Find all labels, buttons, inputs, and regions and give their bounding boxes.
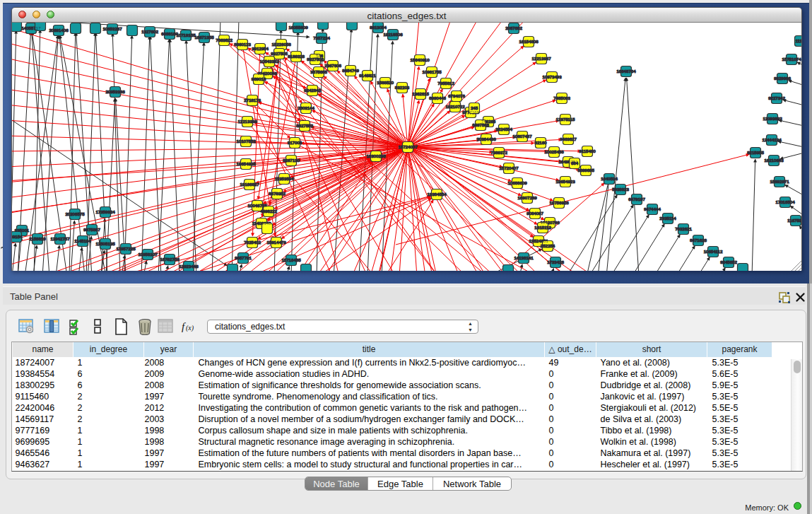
svg-text:252254: 252254 (541, 243, 555, 248)
svg-text:15720407: 15720407 (499, 165, 519, 170)
svg-text:14055717: 14055717 (21, 25, 41, 30)
svg-text:245: 245 (471, 105, 478, 110)
svg-text:4498222: 4498222 (260, 209, 277, 214)
svg-text:15640910: 15640910 (410, 57, 430, 62)
svg-text:1362615: 1362615 (412, 91, 429, 96)
svg-text:10107552: 10107552 (236, 139, 256, 144)
svg-text:8427552: 8427552 (296, 123, 313, 128)
svg-text:7632621: 7632621 (675, 226, 692, 231)
svg-text:20691406: 20691406 (49, 28, 69, 33)
svg-text:20364436: 20364436 (476, 136, 496, 141)
svg-text:12093832: 12093832 (763, 116, 782, 121)
svg-text:10807487: 10807487 (512, 134, 532, 139)
svg-text:917006: 917006 (288, 140, 302, 145)
svg-text:20953346: 20953346 (105, 89, 125, 94)
svg-text:16782759: 16782759 (160, 257, 180, 262)
svg-text:6497568: 6497568 (472, 122, 489, 127)
svg-text:18724007: 18724007 (398, 144, 418, 149)
svg-text:19654925: 19654925 (236, 161, 256, 166)
svg-text:9975887: 9975887 (83, 227, 100, 232)
svg-text:12444134: 12444134 (762, 137, 782, 142)
svg-text:8471626: 8471626 (690, 238, 707, 243)
svg-text:16648764: 16648764 (616, 69, 636, 74)
svg-text:2087682: 2087682 (505, 25, 522, 30)
svg-text:15751074: 15751074 (782, 57, 801, 62)
svg-text:11353594: 11353594 (275, 176, 294, 181)
svg-text:8660123: 8660123 (234, 42, 251, 47)
svg-text:3912954: 3912954 (252, 46, 269, 51)
svg-text:16914479: 16914479 (266, 240, 286, 245)
svg-text:8267130: 8267130 (283, 158, 300, 163)
svg-text:9463627: 9463627 (560, 136, 577, 141)
svg-text:8990448: 8990448 (429, 95, 446, 100)
svg-text:2935114: 2935114 (659, 216, 676, 221)
svg-text:9242845: 9242845 (304, 88, 321, 93)
svg-text:16210643: 16210643 (764, 158, 784, 163)
svg-text:10025488: 10025488 (544, 149, 564, 154)
svg-text:16055809: 16055809 (288, 25, 308, 30)
svg-text:3824554: 3824554 (495, 127, 512, 132)
svg-text:39154: 39154 (12, 234, 23, 239)
svg-text:12942757: 12942757 (50, 236, 70, 241)
svg-text:1733426: 1733426 (547, 259, 564, 264)
svg-text:11409948: 11409948 (252, 221, 271, 226)
svg-text:19654923: 19654923 (555, 179, 575, 184)
svg-text:7357224: 7357224 (313, 35, 330, 40)
svg-text:9327505: 9327505 (271, 51, 288, 56)
svg-text:16210722: 16210722 (445, 104, 465, 109)
svg-text:10973493: 10973493 (542, 74, 562, 79)
svg-text:12505135: 12505135 (95, 241, 115, 246)
svg-text:1327602: 1327602 (141, 29, 158, 34)
svg-text:62160: 62160 (535, 140, 548, 145)
svg-text:6479197: 6479197 (628, 197, 645, 201)
svg-text:13524851: 13524851 (529, 238, 548, 243)
svg-text:12923446: 12923446 (179, 264, 199, 269)
svg-text:17957225: 17957225 (116, 246, 136, 251)
svg-text:7663822: 7663822 (216, 37, 233, 42)
svg-text:1117: 1117 (796, 38, 801, 43)
svg-text:989018: 989018 (252, 76, 266, 81)
svg-text:6899695: 6899695 (577, 168, 594, 173)
svg-text:16671355: 16671355 (194, 35, 214, 40)
svg-text:(x): (x) (186, 324, 194, 332)
svg-text:9327508: 9327508 (307, 57, 324, 62)
svg-text:9084067: 9084067 (526, 211, 543, 216)
svg-text:8186328: 8186328 (288, 54, 305, 59)
svg-text:10961755: 10961755 (422, 69, 442, 74)
svg-text:9474444: 9474444 (644, 206, 661, 211)
svg-text:1156819: 1156819 (29, 236, 46, 241)
svg-text:10120746: 10120746 (540, 220, 560, 225)
svg-text:8878352: 8878352 (269, 191, 286, 196)
svg-text:12213967: 12213967 (531, 56, 551, 61)
svg-text:9777169: 9777169 (462, 110, 479, 115)
svg-text:19756928: 19756928 (549, 200, 569, 205)
svg-text:19166827: 19166827 (240, 182, 259, 187)
svg-text:14136141: 14136141 (514, 255, 534, 260)
svg-text:10958107: 10958107 (138, 252, 158, 257)
svg-text:7955812: 7955812 (437, 81, 454, 86)
svg-text:9146821: 9146821 (359, 73, 376, 78)
svg-text:8813054: 8813054 (370, 25, 387, 30)
svg-text:15226058: 15226058 (271, 42, 291, 47)
svg-text:10688609: 10688609 (507, 180, 527, 185)
svg-text:9657791: 9657791 (235, 255, 252, 260)
svg-text:9245652: 9245652 (720, 259, 737, 264)
svg-text:8454749: 8454749 (342, 68, 359, 73)
svg-text:12975115: 12975115 (556, 117, 575, 122)
svg-text:15716485: 15716485 (281, 257, 301, 262)
svg-text:1588520: 1588520 (377, 80, 394, 85)
svg-text:17359924: 17359924 (95, 209, 115, 214)
svg-text:9329966: 9329966 (774, 76, 791, 81)
svg-text:10654112: 10654112 (704, 249, 723, 254)
svg-text:5938923: 5938923 (612, 187, 629, 192)
svg-text:18300295: 18300295 (366, 153, 386, 158)
svg-text:1640534: 1640534 (601, 176, 618, 181)
svg-text:2803144: 2803144 (298, 105, 314, 110)
svg-text:8215955: 8215955 (747, 150, 764, 155)
svg-text:10046755: 10046755 (247, 203, 267, 208)
svg-text:22420046: 22420046 (257, 71, 277, 76)
svg-text:17016504: 17016504 (775, 199, 795, 204)
svg-text:2367608: 2367608 (324, 63, 341, 68)
svg-text:9115460: 9115460 (579, 148, 596, 153)
svg-text:1145194: 1145194 (74, 238, 91, 243)
